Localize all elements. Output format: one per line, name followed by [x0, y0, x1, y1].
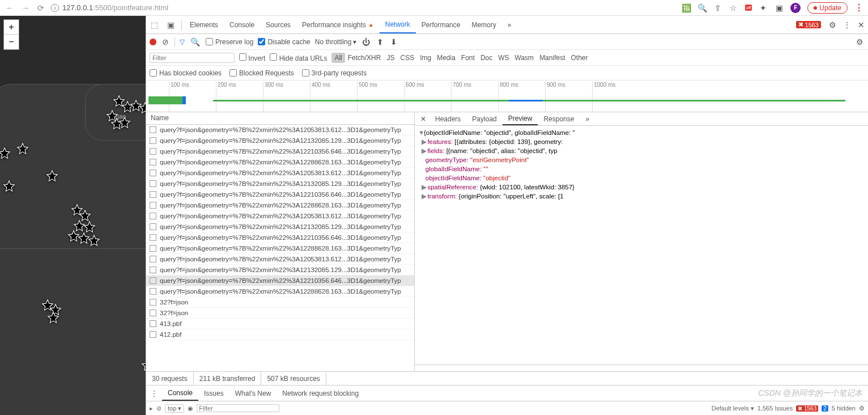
- address-bar[interactable]: i 127.0.0.1:5500/pointfeature.html: [51, 3, 676, 12]
- request-row[interactable]: 412.pbf: [146, 329, 414, 340]
- request-row[interactable]: query?f=json&geometry=%7B%22xmin%22%3A12…: [146, 168, 414, 179]
- request-row[interactable]: query?f=json&geometry=%7B%22xmin%22%3A12…: [146, 200, 414, 211]
- map-point-star[interactable]: [139, 101, 146, 114]
- error-badge[interactable]: ✖ 1563: [796, 21, 821, 28]
- drawer-tab-console[interactable]: Console: [162, 386, 198, 401]
- detail-tab-preview[interactable]: Preview: [503, 112, 538, 125]
- log-levels[interactable]: Default levels ▾: [712, 405, 754, 412]
- blocked-requests-checkbox[interactable]: Blocked Requests: [229, 69, 294, 77]
- more-detail-tabs-icon[interactable]: »: [580, 112, 595, 125]
- request-row[interactable]: query?f=json&geometry=%7B%22xmin%22%3A12…: [146, 232, 414, 243]
- type-chip-media[interactable]: Media: [434, 53, 458, 63]
- drawer-menu-icon[interactable]: ⋮: [146, 389, 162, 397]
- zoom-in-button[interactable]: +: [4, 20, 19, 35]
- forward-icon[interactable]: →: [20, 3, 31, 12]
- clear-icon[interactable]: ⊘: [161, 37, 170, 46]
- sidepanel-icon[interactable]: ▣: [775, 3, 784, 12]
- preserve-log-checkbox[interactable]: Preserve log: [206, 38, 253, 46]
- site-info-icon[interactable]: i: [51, 4, 59, 12]
- drawer-tab-what's-new[interactable]: What's New: [229, 386, 277, 401]
- request-row[interactable]: query?f=json&geometry=%7B%22xmin%22%3A12…: [146, 222, 414, 232]
- request-row[interactable]: query?f=json&geometry=%7B%22xmin%22%3A12…: [146, 189, 414, 200]
- profile-avatar[interactable]: F: [790, 3, 801, 13]
- settings-icon[interactable]: ⚙: [826, 20, 840, 29]
- inspect-element-icon[interactable]: ⬚: [146, 20, 163, 29]
- console-error-badge[interactable]: ✖ 1563: [796, 405, 818, 412]
- type-chip-manifest[interactable]: Manifest: [537, 53, 568, 63]
- throttling-select[interactable]: No throttling ▾: [315, 38, 357, 46]
- import-icon[interactable]: ⬆: [376, 37, 385, 46]
- detail-tab-response[interactable]: Response: [538, 112, 580, 125]
- console-eye-icon[interactable]: ◉: [188, 405, 193, 412]
- tab-network[interactable]: Network: [380, 16, 416, 33]
- close-detail-icon[interactable]: ✕: [417, 115, 429, 123]
- map-point-star[interactable]: [46, 170, 58, 182]
- console-info-badge[interactable]: 2: [822, 405, 828, 412]
- detail-horizontal-scroll[interactable]: [415, 365, 868, 371]
- request-row[interactable]: query?f=json&geometry=%7B%22xmin%22%3A12…: [146, 146, 414, 157]
- console-settings-icon[interactable]: ⚙: [859, 405, 865, 412]
- extension-badge[interactable]: off: [745, 5, 752, 11]
- third-party-checkbox[interactable]: 3rd-party requests: [302, 69, 367, 77]
- preview-body[interactable]: ▼{objectIdFieldName: "objectid", globalI…: [415, 126, 868, 365]
- tab-console[interactable]: Console: [224, 16, 260, 33]
- device-toggle-icon[interactable]: ▣: [163, 20, 179, 29]
- record-button[interactable]: [150, 39, 156, 45]
- request-row[interactable]: query?f=json&geometry=%7B%22xmin%22%3A12…: [146, 286, 414, 297]
- invert-checkbox[interactable]: Invert: [239, 53, 265, 62]
- type-chip-js[interactable]: JS: [384, 53, 397, 63]
- tab-memory[interactable]: Memory: [466, 16, 501, 33]
- close-devtools-icon[interactable]: ✕: [854, 20, 868, 29]
- drawer-tab-issues[interactable]: Issues: [198, 386, 229, 401]
- export-icon[interactable]: ⬇: [389, 37, 398, 46]
- translate-icon[interactable]: 🈯: [682, 3, 691, 12]
- type-chip-ws[interactable]: WS: [495, 53, 512, 63]
- tab-performance[interactable]: Performance: [416, 16, 466, 33]
- type-chip-all[interactable]: All: [331, 53, 344, 63]
- more-icon[interactable]: ⋮: [840, 20, 854, 29]
- map-point-star[interactable]: [16, 142, 29, 155]
- type-chip-fetch-xhr[interactable]: Fetch/XHR: [345, 53, 384, 63]
- map-point-star[interactable]: [47, 311, 59, 324]
- request-row[interactable]: query?f=json&geometry=%7B%22xmin%22%3A12…: [146, 276, 414, 286]
- zoom-icon[interactable]: 🔍: [697, 3, 707, 12]
- timeline-overview[interactable]: 100 ms200 ms300 ms400 ms500 ms600 ms700 …: [146, 81, 868, 112]
- bookmark-icon[interactable]: ☆: [729, 3, 738, 12]
- console-sidebar-icon[interactable]: ▸: [150, 405, 153, 412]
- name-column-header[interactable]: Name: [146, 112, 414, 125]
- detail-tab-payload[interactable]: Payload: [466, 112, 502, 125]
- menu-icon[interactable]: ⋮: [854, 2, 863, 13]
- share-icon[interactable]: ⇪: [713, 3, 722, 12]
- request-row[interactable]: query?f=json&geometry=%7B%22xmin%22%3A12…: [146, 265, 414, 276]
- filter-toggle-icon[interactable]: ▽: [180, 38, 185, 46]
- network-conditions-icon[interactable]: ⏻: [361, 37, 371, 46]
- map-point-star[interactable]: [141, 359, 146, 371]
- drawer-tab-network-request-blocking[interactable]: Network request blocking: [276, 386, 364, 401]
- tab-sources[interactable]: Sources: [260, 16, 296, 33]
- hide-data-urls-checkbox[interactable]: Hide data URLs: [270, 53, 327, 62]
- extensions-icon[interactable]: ✦: [759, 3, 768, 12]
- map-point-star[interactable]: [118, 116, 131, 129]
- type-chip-css[interactable]: CSS: [397, 53, 417, 63]
- map-point-star[interactable]: [83, 221, 96, 233]
- map-point-star[interactable]: [3, 180, 15, 192]
- request-row[interactable]: query?f=json&geometry=%7B%22xmin%22%3A12…: [146, 211, 414, 222]
- back-icon[interactable]: ←: [5, 3, 15, 12]
- more-tabs-icon[interactable]: »: [502, 16, 517, 33]
- disable-cache-checkbox[interactable]: Disable cache: [258, 38, 310, 46]
- filter-input[interactable]: [150, 53, 235, 63]
- tab-elements[interactable]: Elements: [184, 16, 224, 33]
- console-filter-input[interactable]: [197, 404, 279, 412]
- zoom-out-button[interactable]: −: [4, 35, 19, 49]
- type-chip-wasm[interactable]: Wasm: [512, 53, 537, 63]
- request-row[interactable]: 413.pbf: [146, 319, 414, 329]
- type-chip-img[interactable]: Img: [417, 53, 434, 63]
- network-settings-icon[interactable]: ⚙: [855, 37, 865, 46]
- type-chip-other[interactable]: Other: [568, 53, 590, 63]
- request-row[interactable]: query?f=json&geometry=%7B%22xmin%22%3A12…: [146, 179, 414, 189]
- search-icon[interactable]: 🔍: [189, 37, 201, 46]
- request-row[interactable]: query?f=json&geometry=%7B%22xmin%22%3A12…: [146, 125, 414, 135]
- detail-tab-headers[interactable]: Headers: [429, 112, 466, 125]
- issues-link[interactable]: 1,565 Issues: [758, 405, 793, 412]
- reload-icon[interactable]: ⟳: [36, 3, 45, 12]
